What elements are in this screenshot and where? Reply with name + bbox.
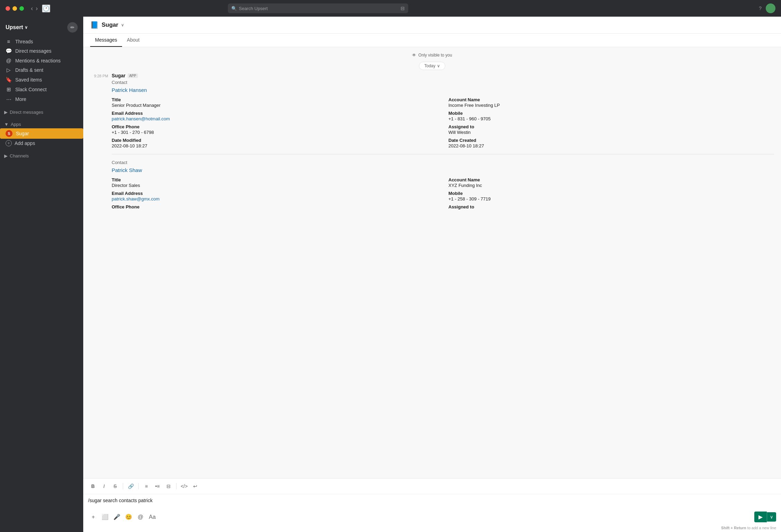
help-icon[interactable]: ? bbox=[759, 6, 762, 11]
emoji-button[interactable]: 😊 bbox=[123, 512, 134, 522]
contact-label-2: Contact bbox=[112, 160, 774, 165]
hint-key: Shift + Return bbox=[721, 526, 746, 530]
channels-section: ▶ Channels bbox=[0, 152, 83, 160]
direct-messages-section: ▶ Direct messages bbox=[0, 108, 83, 116]
messages-area: 👁 Only visible to you Today ∨ 9:28 PM Su… bbox=[83, 47, 781, 478]
tab-messages[interactable]: Messages bbox=[90, 34, 122, 47]
visibility-text: Only visible to you bbox=[418, 53, 452, 58]
saved-icon: 🔖 bbox=[6, 77, 12, 83]
sidebar-item-label: Mentions & reactions bbox=[15, 58, 61, 63]
toolbar-divider-1 bbox=[123, 483, 123, 489]
section-header-channels[interactable]: ▶ Channels bbox=[0, 152, 83, 160]
contact-card-2: Contact Patrick Shaw Title Director Sale… bbox=[112, 160, 774, 210]
search-bar[interactable]: 🔍 Search Upsert ⊟ bbox=[228, 3, 408, 13]
field-office-phone-2: Office Phone bbox=[112, 204, 437, 210]
field-mobile: Mobile +1 - 831 - 960 - 9705 bbox=[448, 111, 774, 121]
blockquote-button[interactable]: ⊟ bbox=[164, 481, 173, 491]
huddle-button[interactable]: ⬜ bbox=[100, 512, 110, 522]
titlebar-right: ? bbox=[759, 3, 775, 13]
composer-actions-left: + ⬜ 🎤 😊 @ Aa bbox=[88, 512, 157, 522]
link-button[interactable]: 🔗 bbox=[126, 481, 136, 491]
contact-fields-2: Title Director Sales Account Name XYZ Fu… bbox=[112, 177, 774, 210]
composer-actions: + ⬜ 🎤 😊 @ Aa ▶ ∨ bbox=[83, 509, 781, 524]
sidebar-header: Upsert ∨ ✏ bbox=[0, 19, 83, 37]
attach-button[interactable]: + bbox=[88, 512, 98, 522]
code-button[interactable]: </> bbox=[179, 481, 189, 491]
field-office-phone: Office Phone +1 - 301 - 270 - 6798 bbox=[112, 124, 437, 135]
field-assigned-to-2: Assigned to bbox=[448, 204, 774, 210]
bold-button[interactable]: B bbox=[88, 481, 98, 491]
ordered-list-button[interactable]: ≡ bbox=[141, 481, 151, 491]
add-apps-button[interactable]: + Add apps bbox=[0, 139, 83, 148]
main-layout: Upsert ∨ ✏ ≡ Threads 💬 Direct messages @… bbox=[0, 17, 781, 532]
section-header-dm[interactable]: ▶ Direct messages bbox=[0, 108, 83, 116]
send-button[interactable]: ▶ bbox=[754, 512, 767, 522]
sidebar-item-label: Threads bbox=[15, 39, 33, 44]
sender-name: Sugar bbox=[112, 73, 126, 78]
sidebar-item-saved[interactable]: 🔖 Saved items bbox=[0, 75, 83, 85]
sidebar-item-more[interactable]: ⋯ More bbox=[0, 94, 83, 104]
audio-button[interactable]: 🎤 bbox=[112, 512, 122, 522]
section-chevron-icon: ▶ bbox=[4, 153, 8, 158]
close-button[interactable] bbox=[6, 6, 10, 11]
channel-chevron-icon[interactable]: ∨ bbox=[121, 23, 124, 27]
maximize-button[interactable] bbox=[19, 6, 24, 11]
italic-button[interactable]: I bbox=[99, 481, 109, 491]
format-button[interactable]: Aa bbox=[147, 512, 157, 522]
search-icon: 🔍 bbox=[231, 6, 237, 11]
contact-card-1: Contact Patrick Hansen Title Senior Prod… bbox=[112, 80, 774, 148]
contact-name-1[interactable]: Patrick Hansen bbox=[112, 87, 774, 93]
field-email: Email Address patrick.hansen@hotmail.com bbox=[112, 111, 437, 121]
message-time: 9:28 PM bbox=[90, 74, 108, 215]
search-placeholder: Search Upsert bbox=[239, 6, 268, 11]
hint-text: Shift + Return to add a new line bbox=[83, 524, 781, 532]
history-button[interactable]: 🕐 bbox=[42, 5, 50, 12]
section-label: Direct messages bbox=[10, 110, 43, 115]
traffic-lights bbox=[6, 6, 24, 11]
sidebar-item-slack-connect[interactable]: ⊞ Slack Connect bbox=[0, 85, 83, 94]
unordered-list-button[interactable]: •≡ bbox=[153, 481, 162, 491]
sidebar-item-drafts[interactable]: ▷ Drafts & sent bbox=[0, 65, 83, 75]
workspace-name[interactable]: Upsert ∨ bbox=[6, 24, 28, 31]
strikethrough-button[interactable]: S bbox=[110, 481, 120, 491]
send-dropdown-button[interactable]: ∨ bbox=[767, 512, 776, 522]
contact-fields-1: Title Senior Product Manager Account Nam… bbox=[112, 97, 774, 148]
sidebar: Upsert ∨ ✏ ≡ Threads 💬 Direct messages @… bbox=[0, 17, 83, 532]
field-date-modified: Date Modified 2022-08-10 18:27 bbox=[112, 138, 437, 148]
content-area: 📘 Sugar ∨ Messages About 👁 Only visible … bbox=[83, 17, 781, 532]
sugar-icon: S bbox=[6, 130, 12, 137]
composer-input[interactable]: /sugar search contacts patrick bbox=[83, 494, 781, 509]
sidebar-item-label: Direct messages bbox=[15, 48, 51, 54]
section-header-apps[interactable]: ▼ Apps bbox=[0, 120, 83, 128]
minimize-button[interactable] bbox=[12, 6, 17, 11]
sidebar-item-direct-messages-top[interactable]: 💬 Direct messages bbox=[0, 46, 83, 56]
contact-label-1: Contact bbox=[112, 80, 774, 85]
message-sender: Sugar APP bbox=[112, 73, 774, 78]
code-block-button[interactable]: ↩ bbox=[190, 481, 200, 491]
compose-button[interactable]: ✏ bbox=[67, 22, 78, 33]
sidebar-item-sugar[interactable]: S Sugar bbox=[0, 128, 83, 139]
mention-icon: @ bbox=[6, 58, 12, 63]
date-divider: Today ∨ bbox=[90, 62, 774, 70]
avatar[interactable] bbox=[766, 3, 775, 13]
contact-name-2[interactable]: Patrick Shaw bbox=[112, 167, 774, 173]
date-badge[interactable]: Today ∨ bbox=[419, 62, 445, 70]
mention-button[interactable]: @ bbox=[135, 512, 146, 522]
message-block: 9:28 PM Sugar APP Contact Patrick Hansen… bbox=[90, 73, 774, 215]
tab-about[interactable]: About bbox=[122, 34, 145, 47]
forward-button[interactable]: › bbox=[36, 5, 38, 12]
back-button[interactable]: ‹ bbox=[31, 5, 33, 12]
search-filter-icon: ⊟ bbox=[401, 6, 405, 11]
toolbar-divider-2 bbox=[138, 483, 139, 489]
threads-icon: ≡ bbox=[6, 38, 12, 44]
sidebar-item-threads[interactable]: ≡ Threads bbox=[0, 37, 83, 46]
channel-header: 📘 Sugar ∨ bbox=[83, 17, 781, 34]
date-label: Today bbox=[424, 63, 435, 68]
eye-icon: 👁 bbox=[412, 53, 416, 58]
field-assigned-to: Assigned to Will Westin bbox=[448, 124, 774, 135]
sidebar-item-mentions[interactable]: @ Mentions & reactions bbox=[0, 56, 83, 65]
sidebar-item-label: Drafts & sent bbox=[15, 67, 43, 73]
field-title: Title Senior Product Manager bbox=[112, 97, 437, 108]
field-account-name-2: Account Name XYZ Funding Inc bbox=[448, 177, 774, 188]
date-chevron-icon: ∨ bbox=[437, 63, 440, 68]
